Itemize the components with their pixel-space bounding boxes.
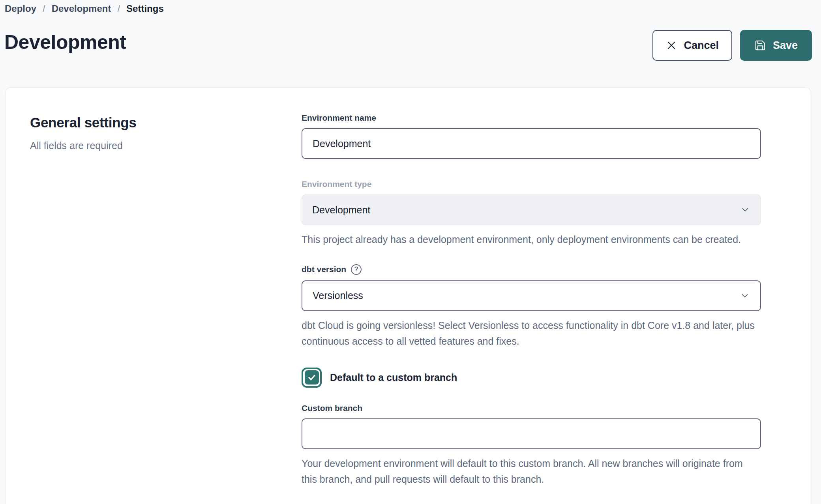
general-settings-card: General settings All fields are required… xyxy=(5,88,811,504)
dbt-version-select[interactable]: Versionless xyxy=(302,280,761,311)
section-title: General settings xyxy=(30,115,302,131)
breadcrumb-separator: / xyxy=(43,3,45,14)
chevron-down-icon xyxy=(740,205,750,215)
custom-branch-toggle-label[interactable]: Default to a custom branch xyxy=(330,372,457,383)
page-title: Development xyxy=(4,31,126,54)
breadcrumb: Deploy / Development / Settings xyxy=(5,3,164,14)
custom-branch-input[interactable] xyxy=(302,418,761,449)
dbt-version-label-row: dbt version ? xyxy=(302,264,761,275)
dbt-version-label: dbt version xyxy=(302,265,346,274)
dbt-version-field: dbt version ? Versionless dbt Cloud is g… xyxy=(302,264,761,349)
custom-branch-label: Custom branch xyxy=(302,403,761,413)
custom-branch-field: Custom branch Your development environme… xyxy=(302,403,761,487)
custom-branch-toggle-row: Default to a custom branch xyxy=(302,368,761,388)
dbt-version-help: dbt Cloud is going versionless! Select V… xyxy=(302,317,759,349)
environment-name-label: Environment name xyxy=(302,113,761,123)
environment-type-select: Development xyxy=(302,194,761,225)
checkmark-icon xyxy=(305,370,319,385)
chevron-down-icon xyxy=(740,291,750,301)
environment-type-value: Development xyxy=(312,204,370,216)
save-button[interactable]: Save xyxy=(740,30,812,61)
environment-type-field: Environment type Development This projec… xyxy=(302,179,761,248)
breadcrumb-separator: / xyxy=(117,3,120,14)
section-subtitle: All fields are required xyxy=(30,140,302,151)
breadcrumb-item-development[interactable]: Development xyxy=(52,3,111,14)
floppy-disk-icon xyxy=(754,39,766,51)
section-heading-column: General settings All fields are required xyxy=(30,113,302,504)
save-button-label: Save xyxy=(773,39,798,52)
cancel-button-label: Cancel xyxy=(684,39,719,52)
breadcrumb-item-deploy[interactable]: Deploy xyxy=(5,3,36,14)
settings-form: Environment name Environment type Develo… xyxy=(302,113,761,504)
custom-branch-help: Your development environment will defaul… xyxy=(302,455,759,487)
environment-type-help: This project already has a development e… xyxy=(302,231,759,248)
environment-name-input[interactable] xyxy=(302,128,761,159)
header-actions: Cancel Save xyxy=(652,30,812,61)
breadcrumb-item-settings: Settings xyxy=(126,3,164,14)
cancel-button[interactable]: Cancel xyxy=(652,30,732,61)
question-circle-icon[interactable]: ? xyxy=(351,264,362,275)
x-icon xyxy=(666,40,677,51)
environment-name-field: Environment name xyxy=(302,113,761,159)
dbt-version-value: Versionless xyxy=(313,290,363,301)
custom-branch-checkbox[interactable] xyxy=(302,368,322,388)
environment-type-label: Environment type xyxy=(302,179,761,189)
